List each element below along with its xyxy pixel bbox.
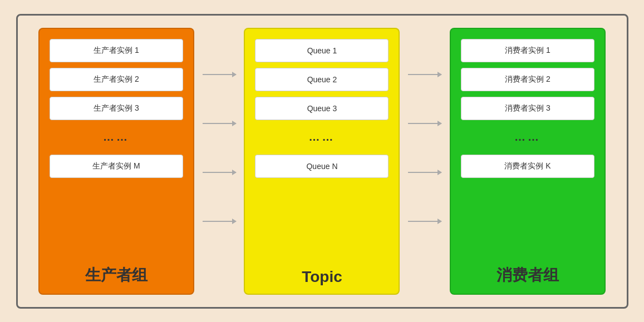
producer-dots: ……	[50, 126, 183, 149]
topic-group-label: Topic	[302, 268, 342, 286]
queue-item-1: Queue 1	[255, 39, 389, 62]
arrow-left-4	[203, 221, 236, 222]
consumer-group: 消费者实例 1 消费者实例 2 消费者实例 3 …… 消费者实例 K 消费者组	[450, 28, 606, 295]
arrows-left	[203, 53, 236, 270]
arrows-right	[408, 53, 441, 270]
consumer-item-3: 消费者实例 3	[461, 97, 594, 120]
topic-dots: ……	[255, 126, 389, 149]
queue-item-3: Queue 3	[255, 97, 389, 120]
producer-group: 生产者实例 1 生产者实例 2 生产者实例 3 …… 生产者实例 M 生产者组	[38, 28, 194, 295]
arrow-right-1	[408, 74, 441, 75]
producer-group-label: 生产者组	[85, 265, 148, 286]
producer-items-area: 生产者实例 1 生产者实例 2 生产者实例 3 …… 生产者实例 M	[50, 39, 183, 259]
topic-items-area: Queue 1 Queue 2 Queue 3 …… Queue N	[255, 39, 389, 262]
consumer-item-2: 消费者实例 2	[461, 68, 594, 91]
consumer-item-k: 消费者实例 K	[461, 155, 594, 178]
arrow-left-1	[203, 74, 236, 75]
producer-item-3: 生产者实例 3	[50, 97, 183, 120]
arrow-right-2	[408, 123, 441, 124]
arrow-left-2	[203, 123, 236, 124]
consumer-item-1: 消费者实例 1	[461, 39, 594, 62]
consumer-group-label: 消费者组	[496, 265, 559, 286]
consumer-items-area: 消费者实例 1 消费者实例 2 消费者实例 3 …… 消费者实例 K	[461, 39, 594, 259]
diagram-container: 生产者实例 1 生产者实例 2 生产者实例 3 …… 生产者实例 M 生产者组 …	[16, 14, 628, 309]
arrow-left-3	[203, 172, 236, 173]
producer-item-2: 生产者实例 2	[50, 68, 183, 91]
producer-item-1: 生产者实例 1	[50, 39, 183, 62]
consumer-dots: ……	[461, 126, 594, 149]
producer-item-m: 生产者实例 M	[50, 155, 183, 178]
queue-item-n: Queue N	[255, 155, 389, 178]
queue-item-2: Queue 2	[255, 68, 389, 91]
arrow-right-3	[408, 172, 441, 173]
arrow-right-4	[408, 221, 441, 222]
topic-group: Queue 1 Queue 2 Queue 3 …… Queue N Topic	[244, 28, 400, 295]
